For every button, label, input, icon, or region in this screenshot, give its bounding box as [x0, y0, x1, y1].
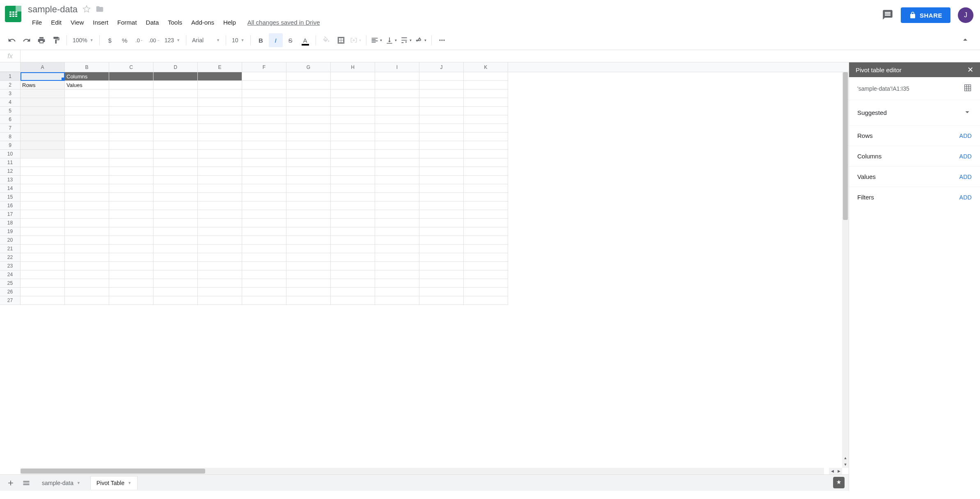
cell-H27[interactable]	[331, 296, 375, 305]
cell-A20[interactable]	[21, 236, 65, 245]
cell-D24[interactable]	[153, 270, 198, 279]
cell-J4[interactable]	[419, 98, 464, 107]
cell-F16[interactable]	[242, 201, 286, 210]
cell-I15[interactable]	[375, 193, 419, 201]
cell-C8[interactable]	[109, 133, 153, 141]
cell-D22[interactable]	[153, 253, 198, 262]
cell-I20[interactable]	[375, 236, 419, 245]
cell-K26[interactable]	[464, 288, 508, 296]
cell-I3[interactable]	[375, 89, 419, 98]
cell-I12[interactable]	[375, 167, 419, 176]
cell-F17[interactable]	[242, 210, 286, 219]
cell-F21[interactable]	[242, 245, 286, 253]
cell-H13[interactable]	[331, 176, 375, 184]
cell-A1[interactable]	[21, 72, 65, 81]
cell-J16[interactable]	[419, 201, 464, 210]
cell-H11[interactable]	[331, 158, 375, 167]
cell-H14[interactable]	[331, 184, 375, 193]
cell-C9[interactable]	[109, 141, 153, 150]
cell-D20[interactable]	[153, 236, 198, 245]
cell-K12[interactable]	[464, 167, 508, 176]
cell-G9[interactable]	[286, 141, 331, 150]
row-header-4[interactable]: 4	[0, 98, 20, 107]
cell-I13[interactable]	[375, 176, 419, 184]
cell-E20[interactable]	[198, 236, 242, 245]
cell-D25[interactable]	[153, 279, 198, 288]
cell-H8[interactable]	[331, 133, 375, 141]
cell-C2[interactable]	[109, 81, 153, 89]
cell-A4[interactable]	[21, 98, 65, 107]
cell-E10[interactable]	[198, 150, 242, 158]
cell-J27[interactable]	[419, 296, 464, 305]
cell-E22[interactable]	[198, 253, 242, 262]
row-header-23[interactable]: 23	[0, 262, 20, 270]
cell-J20[interactable]	[419, 236, 464, 245]
cell-F8[interactable]	[242, 133, 286, 141]
cell-B14[interactable]	[65, 184, 109, 193]
cell-I8[interactable]	[375, 133, 419, 141]
row-header-17[interactable]: 17	[0, 210, 20, 219]
cell-G16[interactable]	[286, 201, 331, 210]
fx-label[interactable]: fx	[0, 50, 21, 62]
redo-icon[interactable]	[20, 33, 34, 47]
cell-C24[interactable]	[109, 270, 153, 279]
explore-icon[interactable]	[833, 477, 845, 488]
cell-A27[interactable]	[21, 296, 65, 305]
cell-A10[interactable]	[21, 150, 65, 158]
cell-B22[interactable]	[65, 253, 109, 262]
italic-button[interactable]: I	[269, 33, 283, 47]
col-header-c[interactable]: C	[109, 62, 153, 72]
col-header-h[interactable]: H	[331, 62, 375, 72]
cell-F4[interactable]	[242, 98, 286, 107]
decrease-decimal-button[interactable]: .0←	[133, 33, 147, 47]
cell-J14[interactable]	[419, 184, 464, 193]
cell-E7[interactable]	[198, 124, 242, 133]
zoom-select[interactable]: 100%▼	[70, 35, 96, 45]
cell-K7[interactable]	[464, 124, 508, 133]
cell-E23[interactable]	[198, 262, 242, 270]
hscroll-right-icon[interactable]: ▶	[836, 468, 842, 474]
avatar[interactable]: J	[958, 7, 973, 23]
col-header-j[interactable]: J	[419, 62, 464, 72]
cell-H24[interactable]	[331, 270, 375, 279]
close-icon[interactable]: ✕	[967, 65, 973, 74]
cell-D13[interactable]	[153, 176, 198, 184]
cell-C3[interactable]	[109, 89, 153, 98]
cell-H5[interactable]	[331, 107, 375, 115]
cell-B3[interactable]	[65, 89, 109, 98]
cell-B27[interactable]	[65, 296, 109, 305]
cell-K10[interactable]	[464, 150, 508, 158]
cell-K11[interactable]	[464, 158, 508, 167]
cell-E8[interactable]	[198, 133, 242, 141]
cell-B4[interactable]	[65, 98, 109, 107]
cell-H3[interactable]	[331, 89, 375, 98]
cell-J23[interactable]	[419, 262, 464, 270]
cell-F1[interactable]	[242, 72, 286, 81]
cell-D14[interactable]	[153, 184, 198, 193]
cell-F25[interactable]	[242, 279, 286, 288]
cell-K1[interactable]	[464, 72, 508, 81]
cell-H22[interactable]	[331, 253, 375, 262]
cell-J3[interactable]	[419, 89, 464, 98]
cell-J5[interactable]	[419, 107, 464, 115]
cells[interactable]: ColumnsRowsValues	[21, 72, 508, 305]
cell-C13[interactable]	[109, 176, 153, 184]
add-values-button[interactable]: ADD	[959, 174, 972, 180]
cell-F14[interactable]	[242, 184, 286, 193]
row-header-22[interactable]: 22	[0, 253, 20, 262]
cell-J6[interactable]	[419, 115, 464, 124]
cell-G23[interactable]	[286, 262, 331, 270]
cell-E14[interactable]	[198, 184, 242, 193]
cell-F12[interactable]	[242, 167, 286, 176]
cell-B23[interactable]	[65, 262, 109, 270]
cell-K22[interactable]	[464, 253, 508, 262]
cell-E18[interactable]	[198, 219, 242, 227]
add-rows-button[interactable]: ADD	[959, 133, 972, 139]
cell-I1[interactable]	[375, 72, 419, 81]
cell-B7[interactable]	[65, 124, 109, 133]
star-icon[interactable]	[82, 5, 91, 14]
cell-J12[interactable]	[419, 167, 464, 176]
cell-I18[interactable]	[375, 219, 419, 227]
cell-D5[interactable]	[153, 107, 198, 115]
grid[interactable]: A B C D E F G H I J K 123456789101112131…	[0, 62, 849, 474]
